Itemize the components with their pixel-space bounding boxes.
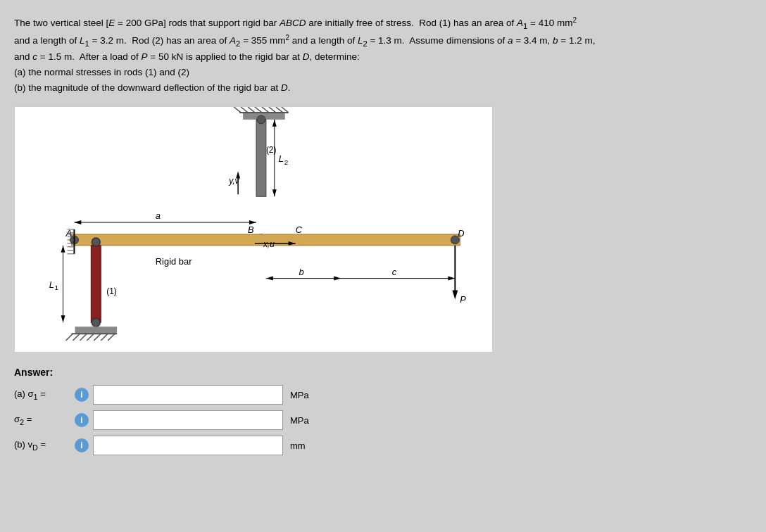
problem-line4a: (a) the normal stresses in rods (1) and …: [14, 67, 189, 77]
sigma1-label: (a) σ1 =: [14, 388, 70, 401]
vd-row: (b) vD = i mm: [14, 436, 752, 455]
svg-line-37: [108, 334, 115, 341]
sigma2-label: σ2 =: [14, 414, 70, 426]
svg-line-33: [80, 334, 87, 341]
sigma1-info-icon[interactable]: i: [75, 388, 89, 402]
svg-rect-29: [75, 327, 117, 334]
vd-label: (b) vD =: [14, 439, 70, 452]
svg-marker-63: [452, 291, 458, 300]
svg-text:c: c: [392, 267, 397, 277]
svg-marker-39: [61, 246, 65, 253]
svg-text:L: L: [279, 153, 284, 164]
svg-text:P: P: [460, 295, 466, 305]
svg-marker-56: [266, 277, 273, 281]
svg-line-7: [269, 107, 276, 113]
content-area: The two vertical steel [E = 200 GPa] rod…: [14, 14, 752, 455]
vd-input[interactable]: [93, 436, 283, 455]
svg-line-2: [234, 107, 241, 113]
svg-line-36: [101, 334, 108, 341]
svg-point-11: [257, 115, 265, 124]
svg-marker-57: [334, 277, 341, 281]
diagram-container: L 2 y,v Rigid bar x,u: [14, 106, 493, 353]
sigma2-input[interactable]: [93, 410, 283, 430]
sigma1-input[interactable]: [93, 385, 283, 405]
vd-unit: mm: [290, 441, 306, 451]
svg-marker-20: [236, 172, 240, 179]
sigma1-row: (a) σ1 = i MPa: [14, 385, 752, 405]
problem-line1: The two vertical steel [E = 200 GPa] rod…: [14, 18, 577, 28]
problem-line2: and a length of L1 = 3.2 m. Rod (2) has …: [14, 35, 596, 46]
svg-line-31: [66, 334, 73, 341]
svg-line-6: [262, 107, 269, 113]
svg-line-34: [87, 334, 94, 341]
svg-text:1: 1: [55, 284, 59, 292]
svg-line-3: [241, 107, 248, 113]
svg-text:2: 2: [284, 158, 289, 166]
sigma2-row: σ2 = i MPa: [14, 410, 752, 430]
sigma2-unit: MPa: [290, 415, 309, 426]
svg-marker-52: [74, 220, 81, 224]
sigma2-info-icon[interactable]: i: [75, 413, 89, 427]
svg-marker-60: [448, 277, 455, 281]
diagram-svg: L 2 y,v Rigid bar x,u: [15, 107, 492, 352]
problem-text: The two vertical steel [E = 200 GPa] rod…: [14, 14, 752, 95]
svg-text:D: D: [458, 228, 464, 239]
svg-marker-14: [272, 120, 277, 127]
svg-text:(1): (1): [106, 287, 117, 297]
svg-text:Rigid bar: Rigid bar: [156, 256, 192, 267]
svg-rect-26: [91, 246, 101, 322]
svg-text:a: a: [156, 210, 161, 221]
svg-text:L: L: [49, 279, 54, 290]
svg-point-28: [92, 318, 100, 327]
answer-section: Answer: (a) σ1 = i MPa σ2 = i MPa (b) vD…: [14, 367, 752, 455]
svg-text:x,u: x,u: [263, 239, 275, 249]
svg-marker-15: [272, 189, 277, 196]
svg-text:C: C: [296, 224, 303, 235]
svg-text:(2): (2): [266, 145, 277, 155]
svg-text:B: B: [248, 224, 254, 235]
svg-text:b: b: [299, 267, 304, 277]
svg-line-32: [73, 334, 80, 341]
svg-line-35: [94, 334, 101, 341]
problem-line3: and c = 1.5 m. After a load of P = 50 kN…: [14, 51, 360, 62]
svg-marker-40: [61, 315, 65, 322]
svg-point-27: [92, 238, 100, 246]
svg-line-5: [255, 107, 262, 113]
sigma1-unit: MPa: [290, 390, 309, 400]
vd-info-icon[interactable]: i: [75, 438, 89, 452]
problem-line4b: (b) the magnitude of the downward deflec…: [14, 82, 291, 93]
svg-line-4: [248, 107, 255, 113]
svg-rect-10: [256, 120, 266, 196]
answer-label: Answer:: [14, 367, 752, 378]
